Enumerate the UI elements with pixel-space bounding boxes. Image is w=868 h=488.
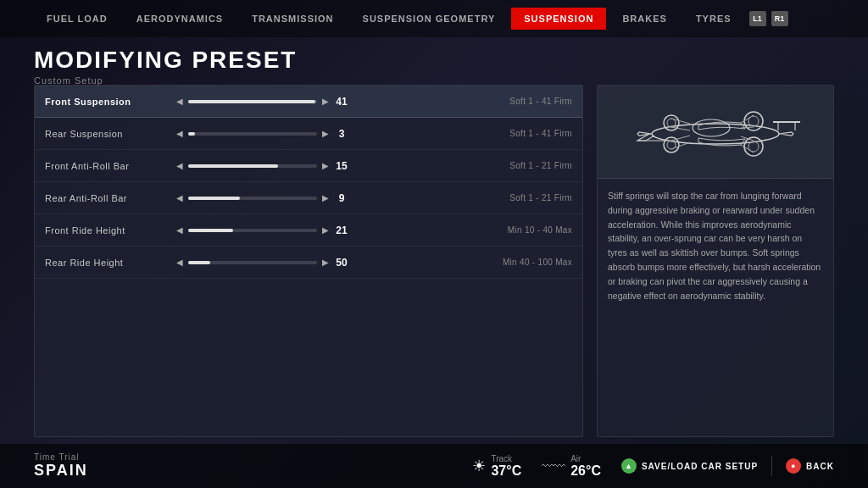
decrement-btn-1[interactable]: ◀ [176,129,183,138]
car-illustration [598,86,833,179]
location-name: SPAIN [34,462,472,480]
back-label: BACK [806,462,834,471]
tab-brakes[interactable]: BRAKES [609,8,679,30]
setting-value-4: 21 [329,225,354,236]
increment-btn-2[interactable]: ▶ [322,161,329,170]
setting-row-4: Front Ride Height◀▶21Min 10 - 40 Max [35,214,582,247]
increment-btn-1[interactable]: ▶ [322,129,329,138]
badge-r1: R1 [771,11,788,26]
track-temp: 37°C [491,463,521,479]
track-label: Track [491,454,521,463]
setting-range-3: Soft 1 - 21 Firm [354,193,572,202]
save-load-label: SAVE/LOAD CAR SETUP [642,462,758,471]
tab-suspension-geometry[interactable]: SUSPENSION GEOMETRY [350,8,509,30]
setting-row-3: Rear Anti-Roll Bar◀▶9Soft 1 - 21 Firm [35,182,582,214]
slider-fill-5 [188,261,210,264]
air-temp-item: 〰〰 Air 26°C [542,454,601,479]
slider-bar-3[interactable] [188,197,317,200]
circle-icon: ● [786,458,801,474]
tab-transmission[interactable]: TRANSMISSION [239,8,346,30]
decrement-btn-0[interactable]: ◀ [176,97,183,106]
increment-btn-4[interactable]: ▶ [322,225,329,235]
increment-btn-0[interactable]: ▶ [322,97,329,106]
info-description: Stiff springs will stop the car from lun… [598,179,833,313]
slider-bar-2[interactable] [188,164,317,168]
setting-value-0: 41 [329,96,354,108]
svg-point-10 [744,137,763,156]
svg-line-20 [741,115,754,123]
setting-range-0: Soft 1 - 41 Firm [354,97,572,106]
nav-tabs: FUEL LOAD AERODYNAMICS TRANSMISSION SUSP… [0,0,868,37]
settings-panel: Front Suspension◀▶41Soft 1 - 41 FirmRear… [34,85,583,437]
bottom-bar: Time Trial SPAIN ☀ Track 37°C 〰〰 Air 26°… [0,444,868,488]
action-divider [771,456,772,476]
slider-bar-4[interactable] [188,229,317,232]
setting-name-2: Front Anti-Roll Bar [45,161,176,171]
location-info: Time Trial SPAIN [34,452,472,480]
wind-icon: 〰〰 [542,459,565,473]
tab-tyres[interactable]: TYRES [683,8,744,30]
content-area: Front Suspension◀▶41Soft 1 - 41 FirmRear… [34,85,834,437]
triangle-icon: ▲ [621,458,637,474]
svg-line-19 [741,145,754,152]
save-load-button[interactable]: ▲ SAVE/LOAD CAR SETUP [621,458,758,474]
setting-name-0: Front Suspension [45,97,176,107]
decrement-btn-5[interactable]: ◀ [176,258,183,267]
tab-suspension[interactable]: SUSPENSION [511,8,606,30]
setting-value-3: 9 [329,192,354,204]
svg-line-16 [671,119,690,124]
setting-name-4: Front Ride Height [45,225,176,236]
slider-bar-0[interactable] [188,100,317,103]
slider-bar-5[interactable] [188,261,317,264]
increment-btn-5[interactable]: ▶ [322,258,329,267]
slider-fill-2 [188,164,278,168]
track-temp-item: ☀ Track 37°C [472,454,521,479]
car-svg [622,98,809,166]
info-panel: Stiff springs will stop the car from lun… [597,85,834,437]
svg-line-21 [741,127,754,128]
decrement-btn-2[interactable]: ◀ [176,161,183,170]
slider-fill-0 [188,100,315,103]
setting-row-5: Rear Ride Height◀▶50Min 40 - 100 Max [35,247,582,279]
setting-value-1: 3 [329,128,354,140]
slider-fill-3 [188,197,240,200]
setting-row-0: Front Suspension◀▶41Soft 1 - 41 Firm [35,86,582,118]
setting-value-2: 15 [329,160,354,172]
setting-name-1: Rear Suspension [45,129,176,139]
page-header: MODIFYING PRESET Custom Setup [34,47,297,86]
tab-fuel-load[interactable]: FUEL LOAD [34,8,120,30]
setting-name-5: Rear Ride Height [45,258,176,268]
sun-icon: ☀ [472,457,486,475]
weather-info: ☀ Track 37°C 〰〰 Air 26°C [472,454,601,479]
slider-bar-1[interactable] [188,132,317,136]
svg-line-15 [671,142,690,149]
setting-range-2: Soft 1 - 21 Firm [354,161,572,170]
air-label: Air [570,454,601,463]
air-temp: 26°C [570,463,601,479]
setting-row-2: Front Anti-Roll Bar◀▶15Soft 1 - 21 Firm [35,150,582,182]
location-mode: Time Trial [34,452,472,462]
increment-btn-3[interactable]: ▶ [322,193,329,202]
slider-fill-1 [188,132,195,136]
setting-row-1: Rear Suspension◀▶3Soft 1 - 41 Firm [35,118,582,150]
bottom-actions: ▲ SAVE/LOAD CAR SETUP ● BACK [621,456,834,476]
svg-point-9 [667,119,676,127]
setting-range-4: Min 10 - 40 Max [354,225,572,235]
setting-name-3: Rear Anti-Roll Bar [45,193,176,203]
decrement-btn-3[interactable]: ◀ [176,193,183,202]
decrement-btn-4[interactable]: ◀ [176,225,183,235]
tab-aerodynamics[interactable]: AERODYNAMICS [124,8,236,30]
setting-range-5: Min 40 - 100 Max [354,258,572,267]
slider-fill-4 [188,229,233,232]
back-button[interactable]: ● BACK [786,458,834,474]
badge-l1: L1 [749,11,766,26]
setting-range-1: Soft 1 - 41 Firm [354,129,572,138]
setting-value-5: 50 [329,257,354,269]
page-title: MODIFYING PRESET [34,47,297,74]
